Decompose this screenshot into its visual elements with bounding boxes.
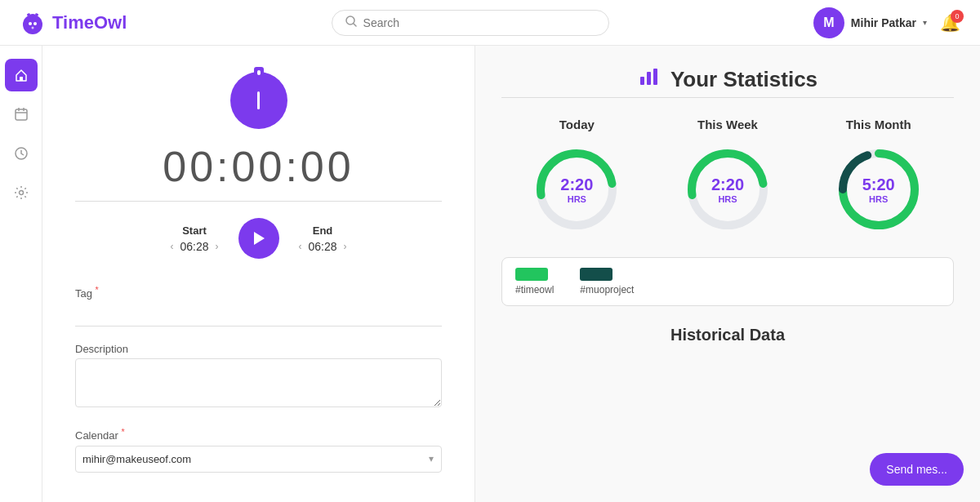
legend-item-muo: #muoproject (580, 268, 634, 295)
donut-today: 2:20 HRS (532, 144, 621, 234)
avatar: M (813, 7, 844, 38)
legend-label-muo: #muoproject (580, 284, 634, 295)
sidebar-item-home[interactable] (5, 59, 38, 91)
historical-data-title: Historical Data (501, 326, 954, 344)
legend-color-timeowl (515, 268, 548, 281)
stats-periods: Today 2:20 HRS This Week (501, 118, 954, 234)
user-menu[interactable]: M Mihir Patkar ▾ (813, 7, 927, 38)
timer-circle-icon (230, 72, 287, 129)
stats-title: Your Statistics (670, 67, 817, 92)
svg-rect-17 (640, 77, 644, 85)
sidebar-item-calendar[interactable] (5, 98, 38, 131)
svg-rect-18 (647, 72, 651, 85)
chevron-down-icon: ▾ (923, 18, 927, 27)
search-icon (345, 16, 357, 30)
send-message-button[interactable]: Send mes... (870, 453, 964, 486)
sidebar-item-history[interactable] (5, 137, 38, 170)
logo[interactable]: TimeOwl (20, 10, 127, 36)
period-month: This Month 5:20 HRS (803, 118, 954, 234)
navbar: TimeOwl M Mihir Patkar ▾ 🔔 0 (0, 0, 980, 46)
svg-rect-10 (16, 109, 27, 120)
donut-week-unit: HRS (711, 194, 744, 204)
calendar-label: Calendar * (75, 427, 442, 442)
svg-rect-9 (20, 77, 23, 81)
tag-label: Tag * (75, 285, 442, 300)
donut-today-time: 2:20 (560, 175, 593, 194)
sidebar-item-settings[interactable] (5, 176, 38, 209)
notification-bell[interactable]: 🔔 0 (940, 13, 960, 33)
period-month-label: This Month (846, 118, 911, 131)
svg-point-4 (29, 22, 32, 25)
end-next-arrow[interactable]: › (344, 241, 347, 252)
period-today-label: Today (559, 118, 595, 131)
svg-point-15 (19, 191, 23, 195)
start-prev-arrow[interactable]: ‹ (170, 241, 173, 252)
period-week-label: This Week (697, 118, 758, 131)
start-time-value: ‹ 06:28 › (170, 240, 218, 253)
tag-field: Tag * (75, 285, 442, 327)
description-textarea[interactable] (75, 358, 442, 407)
stats-chart-icon (638, 65, 661, 94)
timer-display: 00:00:00 (163, 142, 354, 191)
legend-label-timeowl: #timeowl (515, 284, 554, 295)
description-field: Description (75, 343, 442, 411)
timer-controls: Start ‹ 06:28 › End (75, 218, 442, 259)
user-name: Mihir Patkar (851, 16, 916, 29)
nav-right: M Mihir Patkar ▾ 🔔 0 (813, 7, 960, 38)
timer-divider (75, 201, 442, 202)
calendar-select[interactable]: mihir@makeuseof.com (75, 446, 442, 473)
donut-today-center: 2:20 HRS (560, 175, 593, 204)
end-time-val: 06:28 (309, 240, 337, 253)
legend-item-timeowl: #timeowl (515, 268, 554, 295)
donut-week-center: 2:20 HRS (711, 175, 744, 204)
period-week: This Week 2:20 HRS (653, 118, 804, 234)
timer-hand (257, 91, 260, 109)
timer-section: 00:00:00 Start ‹ 06:28 › (75, 72, 442, 259)
svg-point-5 (33, 22, 37, 25)
start-time-val: 06:28 (180, 240, 208, 253)
donut-month-unit: HRS (862, 194, 895, 204)
donut-week: 2:20 HRS (683, 144, 773, 234)
period-today: Today 2:20 HRS (501, 118, 653, 234)
svg-point-1 (29, 14, 36, 19)
sidebar (0, 46, 42, 502)
donut-week-time: 2:20 (711, 175, 744, 194)
legend-color-muo (580, 268, 612, 281)
legend-box: #timeowl #muoproject (501, 257, 954, 306)
description-label: Description (75, 343, 442, 355)
stats-divider (501, 97, 954, 98)
donut-month-time: 5:20 (862, 175, 895, 194)
start-label: Start (182, 224, 207, 237)
main-content: 00:00:00 Start ‹ 06:28 › (42, 46, 980, 502)
svg-rect-19 (653, 69, 657, 85)
search-input[interactable] (363, 16, 595, 29)
stats-header: Your Statistics (501, 65, 954, 94)
svg-line-8 (354, 24, 356, 26)
end-prev-arrow[interactable]: ‹ (299, 241, 302, 252)
start-next-arrow[interactable]: › (216, 241, 219, 252)
end-label: End (313, 224, 333, 237)
svg-point-6 (32, 26, 34, 29)
end-time-value: ‹ 06:28 › (299, 240, 347, 253)
svg-marker-16 (254, 232, 265, 245)
form-section: Tag * Description Calendar * mihir@makeu… (75, 285, 442, 473)
play-button[interactable] (238, 218, 279, 259)
right-panel: Your Statistics Today 2:20 HRS (475, 46, 980, 502)
calendar-select-wrapper: mihir@makeuseof.com ▾ (75, 446, 442, 473)
search-bar (332, 10, 609, 36)
logo-icon (20, 10, 46, 36)
end-time-group: End ‹ 06:28 › (299, 224, 347, 253)
timer-icon-wrapper (230, 72, 287, 129)
calendar-field: Calendar * mihir@makeuseof.com ▾ (75, 427, 442, 472)
tag-input[interactable] (75, 303, 442, 327)
donut-month: 5:20 HRS (834, 144, 924, 234)
notification-badge: 0 (951, 10, 964, 23)
donut-month-center: 5:20 HRS (862, 175, 895, 204)
donut-today-unit: HRS (560, 194, 593, 204)
left-panel: 00:00:00 Start ‹ 06:28 › (42, 46, 475, 502)
start-time-group: Start ‹ 06:28 › (170, 224, 218, 253)
brand-name: TimeOwl (52, 12, 127, 33)
layout: 00:00:00 Start ‹ 06:28 › (0, 46, 980, 502)
